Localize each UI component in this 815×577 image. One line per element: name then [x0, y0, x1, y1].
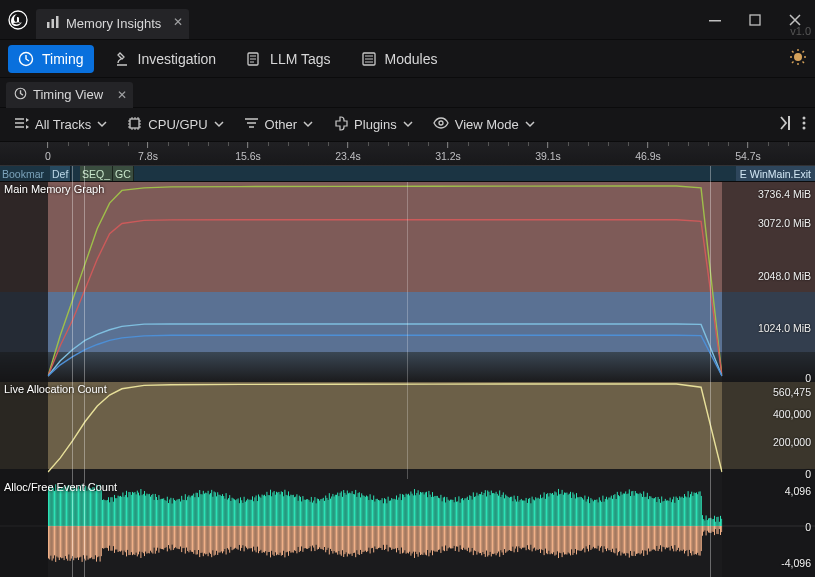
svg-rect-387: [264, 526, 265, 553]
dock-right-icon[interactable]: [773, 115, 791, 135]
svg-rect-1018: [643, 491, 644, 526]
other-dropdown[interactable]: Other: [238, 112, 320, 138]
svg-rect-349: [241, 526, 242, 548]
svg-rect-834: [533, 499, 534, 526]
svg-rect-1116: [702, 515, 703, 526]
plugins-label: Plugins: [354, 117, 397, 132]
svg-rect-704: [455, 497, 456, 526]
svg-rect-524: [347, 490, 348, 526]
svg-rect-367: [252, 526, 253, 552]
svg-rect-1134: [713, 519, 714, 526]
app-tab[interactable]: Memory Insights ✕: [36, 9, 189, 39]
svg-rect-77: [78, 526, 79, 560]
modules-tab-button[interactable]: Modules: [351, 45, 448, 73]
svg-rect-803: [514, 526, 515, 552]
svg-rect-900: [572, 492, 573, 526]
svg-rect-700: [452, 500, 453, 526]
svg-rect-773: [496, 526, 497, 555]
svg-rect-625: [407, 526, 408, 553]
svg-rect-156: [126, 491, 127, 526]
svg-rect-993: [628, 526, 629, 553]
theme-icon[interactable]: [789, 48, 807, 70]
plugins-dropdown[interactable]: Plugins: [327, 112, 419, 138]
svg-rect-644: [419, 495, 420, 526]
svg-rect-198: [151, 495, 152, 526]
svg-rect-1136: [714, 516, 715, 526]
svg-rect-355: [245, 526, 246, 546]
timing-view-tab[interactable]: Timing View ✕: [6, 82, 133, 108]
svg-rect-119: [103, 526, 104, 549]
svg-rect-157: [126, 526, 127, 556]
svg-rect-1014: [641, 494, 642, 526]
close-tab-icon[interactable]: ✕: [173, 15, 183, 29]
svg-rect-1021: [644, 526, 645, 550]
svg-rect-690: [446, 497, 447, 526]
svg-rect-204: [155, 494, 156, 526]
svg-rect-1115: [701, 526, 702, 551]
svg-rect-1070: [674, 503, 675, 526]
svg-rect-370: [254, 497, 255, 526]
svg-rect-118: [103, 499, 104, 526]
bookmark-chip[interactable]: Def: [50, 166, 71, 181]
svg-rect-626: [408, 494, 409, 526]
bookmark-chip[interactable]: GC: [113, 166, 134, 181]
svg-rect-483: [322, 526, 323, 549]
svg-rect-896: [570, 492, 571, 526]
svg-rect-1093: [688, 526, 689, 556]
svg-rect-594: [389, 501, 390, 526]
svg-rect-161: [128, 526, 129, 555]
svg-rect-155: [125, 526, 126, 552]
svg-rect-91: [86, 526, 87, 556]
svg-rect-864: [551, 494, 552, 526]
svg-rect-313: [220, 526, 221, 552]
main-toolbar: Timing Investigation LLM Tags Modules: [0, 40, 815, 78]
timeline-viewport[interactable]: 07.8s15.6s23.4s31.2s39.1s46.9s54.7s Book…: [0, 142, 815, 577]
svg-rect-415: [281, 526, 282, 556]
svg-rect-1048: [661, 496, 662, 526]
svg-rect-955: [605, 526, 606, 549]
svg-rect-461: [308, 526, 309, 548]
svg-rect-400: [272, 492, 273, 526]
svg-rect-992: [628, 494, 629, 526]
svg-rect-580: [380, 500, 381, 526]
timing-tab-button[interactable]: Timing: [8, 45, 94, 73]
cursor-line: [407, 182, 408, 479]
svg-rect-646: [420, 492, 421, 526]
svg-rect-189: [145, 526, 146, 552]
svg-rect-412: [280, 494, 281, 526]
svg-rect-68: [73, 486, 74, 526]
svg-rect-148: [121, 497, 122, 526]
minimize-button[interactable]: [695, 0, 735, 40]
svg-rect-529: [349, 526, 350, 554]
svg-rect-396: [270, 490, 271, 526]
investigation-tab-button[interactable]: Investigation: [104, 45, 227, 73]
llm-tags-tab-button[interactable]: LLM Tags: [236, 45, 340, 73]
bookmarks-row[interactable]: Bookmar DefSEQ_GCE WinMain.Exit: [0, 166, 815, 182]
svg-rect-894: [569, 494, 570, 526]
svg-rect-973: [616, 526, 617, 548]
alloc-free-track[interactable]: [0, 479, 815, 577]
svg-rect-657: [426, 526, 427, 555]
view-mode-dropdown[interactable]: View Mode: [427, 112, 541, 138]
close-subtab-icon[interactable]: ✕: [117, 88, 127, 102]
svg-rect-411: [278, 526, 279, 555]
svg-rect-19: [130, 119, 139, 128]
svg-rect-199: [151, 526, 152, 552]
maximize-button[interactable]: [735, 0, 775, 40]
svg-rect-566: [372, 500, 373, 526]
svg-rect-1124: [707, 520, 708, 526]
all-tracks-dropdown[interactable]: All Tracks: [8, 112, 113, 138]
svg-rect-447: [300, 526, 301, 551]
chevron-down-icon: [303, 117, 313, 132]
svg-rect-752: [484, 493, 485, 526]
svg-rect-1076: [678, 500, 679, 526]
svg-rect-552: [364, 496, 365, 526]
time-ruler[interactable]: 07.8s15.6s23.4s31.2s39.1s46.9s54.7s: [0, 142, 815, 166]
svg-rect-872: [556, 492, 557, 526]
svg-rect-836: [534, 500, 535, 526]
svg-rect-702: [454, 502, 455, 526]
cpu-gpu-dropdown[interactable]: CPU/GPU: [121, 112, 229, 138]
svg-rect-837: [534, 526, 535, 548]
svg-rect-521: [344, 526, 345, 554]
more-icon[interactable]: [801, 115, 807, 135]
